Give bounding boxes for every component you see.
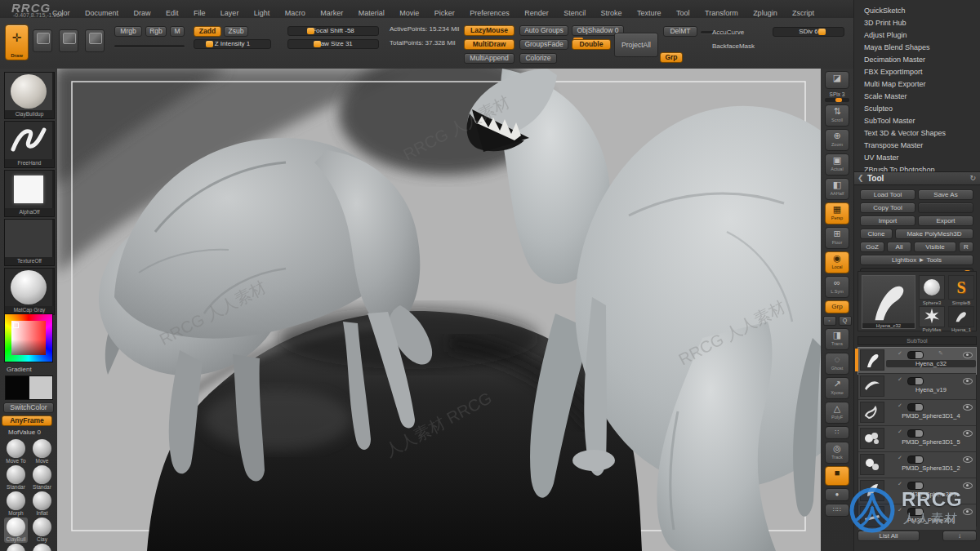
menu-render[interactable]: Render bbox=[524, 9, 549, 17]
tool-thumb-hyena2[interactable]: Hyena_1 bbox=[948, 306, 974, 327]
current-tool-thumbnail[interactable]: Hyena_c32 bbox=[862, 275, 915, 329]
subtool-thumb[interactable] bbox=[860, 402, 884, 423]
plugin-decimation-master[interactable]: Decimation Master bbox=[864, 54, 946, 66]
visibility-eye-icon[interactable] bbox=[963, 378, 973, 384]
subtool-row-sphere-4[interactable]: ✓ PM3D_Sphere3D1_4 bbox=[858, 400, 976, 426]
xpose-button[interactable]: ↗Xpose bbox=[825, 377, 849, 399]
plugin-transpose-master[interactable]: Transpose Master bbox=[864, 140, 946, 152]
grp-shelf-button[interactable]: Grp bbox=[825, 300, 849, 313]
colorize-button[interactable]: Colorize bbox=[519, 53, 557, 64]
switchcolor-button[interactable]: SwitchColor bbox=[3, 402, 54, 413]
document-viewport[interactable]: RRCG 人人素材 RRCG 人人素材 人人素材 RRCG RRCG 人人素材 bbox=[57, 69, 821, 551]
plugin-adjust[interactable]: Adjust Plugin bbox=[864, 29, 946, 42]
draw-mode-button[interactable]: ✛ Draw bbox=[5, 24, 29, 60]
quick-brush-standard-1[interactable]: Standar bbox=[4, 465, 28, 491]
menu-zscript[interactable]: Zscript bbox=[792, 9, 814, 17]
quick-brush-move-to[interactable]: Move To bbox=[4, 439, 28, 464]
scale-mode-button[interactable] bbox=[59, 29, 78, 52]
visibility-eye-icon[interactable] bbox=[963, 456, 973, 463]
plugin-maya-blend-shapes[interactable]: Maya Blend Shapes bbox=[864, 42, 946, 54]
quick-brush-partial-1[interactable] bbox=[4, 544, 28, 551]
subtool-thumb[interactable] bbox=[860, 428, 884, 449]
plugin-sculpteo[interactable]: Sculpteo bbox=[864, 103, 946, 115]
refresh-icon[interactable]: ↻ bbox=[969, 174, 976, 182]
menu-texture[interactable]: Texture bbox=[637, 9, 662, 17]
transp-button[interactable]: ◨Trans bbox=[825, 328, 849, 350]
menu-transform[interactable]: Transform bbox=[705, 9, 738, 17]
subtool-row-sphere-1[interactable]: ✓ PM3D_Sphere3D1 bbox=[858, 478, 976, 504]
groupsfade-button[interactable]: GroupsFade bbox=[519, 39, 568, 50]
persp-button[interactable]: ▦Persp bbox=[825, 202, 849, 224]
magnify-mini-button[interactable]: Q bbox=[839, 316, 852, 326]
quick-brush-move[interactable]: Move bbox=[30, 439, 54, 464]
visibility-eye-icon[interactable] bbox=[963, 509, 973, 515]
paste-tool-button[interactable] bbox=[918, 202, 973, 213]
subtool-thumb[interactable] bbox=[860, 349, 884, 371]
export-button[interactable]: Export bbox=[918, 216, 973, 226]
eye-toggle-icon[interactable] bbox=[907, 403, 924, 411]
delmt-button[interactable]: DelMT bbox=[663, 26, 697, 37]
scroll-down-button[interactable]: ↓ bbox=[942, 531, 977, 541]
subtool-section-header[interactable]: SubTool bbox=[858, 336, 977, 345]
cloud-button[interactable]: ● bbox=[825, 488, 849, 501]
sdiv-slider[interactable]: SDiv 6 bbox=[773, 27, 844, 37]
copy-tool-button[interactable]: Copy Tool bbox=[860, 202, 915, 213]
menu-marker[interactable]: Marker bbox=[320, 9, 343, 17]
subtool-row-hyena-v19[interactable]: ✓ Hyena_v19 bbox=[858, 374, 976, 400]
menu-layer[interactable]: Layer bbox=[220, 9, 239, 17]
subtool-row-sphere-2[interactable]: ✓ PM3D_Sphere3D1_2 bbox=[858, 452, 976, 478]
solo-button[interactable]: ■ bbox=[825, 466, 849, 486]
plugin-uv-master[interactable]: UV Master bbox=[864, 152, 946, 164]
current-brush-thumbnail[interactable]: ClayBuildup bbox=[4, 72, 55, 119]
rotate-mode-button[interactable] bbox=[85, 29, 105, 52]
goz-button[interactable]: GoZ bbox=[860, 242, 884, 252]
menu-color[interactable]: Color bbox=[52, 9, 70, 17]
pivot-mini-button[interactable]: ◦ bbox=[823, 316, 836, 326]
subtool-thumb[interactable] bbox=[860, 506, 884, 527]
menu-file[interactable]: File bbox=[194, 9, 206, 17]
move-mode-button[interactable] bbox=[33, 29, 52, 52]
clone-button[interactable]: Clone bbox=[860, 229, 893, 239]
plugin-fbx[interactable]: FBX ExportImport bbox=[864, 66, 946, 78]
draw-size-slider[interactable]: Draw Size 31 bbox=[287, 39, 379, 49]
eye-toggle-icon[interactable] bbox=[907, 455, 924, 464]
make-polymesh3d-button[interactable]: Make PolyMesh3D bbox=[895, 229, 973, 239]
quick-brush-standard-2[interactable]: Standar bbox=[30, 465, 54, 491]
quick-brush-clay[interactable]: Clay bbox=[30, 518, 54, 543]
projectall-button[interactable]: ProjectAll bbox=[614, 33, 658, 57]
quick-brush-morph[interactable]: Morph bbox=[4, 491, 28, 517]
menu-preferences[interactable]: Preferences bbox=[470, 9, 510, 17]
main-color-swatch[interactable] bbox=[5, 375, 29, 400]
subtool-row-plane[interactable]: ✓ PM3D_Plane3D1 bbox=[858, 504, 976, 531]
local-button[interactable]: ◉Local bbox=[825, 251, 849, 273]
lsym-button[interactable]: ∞L.Sym bbox=[825, 276, 849, 298]
focal-shift-slider[interactable]: Focal Shift -58 bbox=[287, 26, 379, 36]
plugin-3d-print-hub[interactable]: 3D Print Hub bbox=[864, 17, 946, 29]
quick-brush-partial-2[interactable] bbox=[30, 544, 54, 551]
slider-handle[interactable] bbox=[835, 98, 842, 102]
visibility-eye-icon[interactable] bbox=[963, 404, 973, 411]
menu-picker[interactable]: Picker bbox=[434, 9, 455, 17]
subtool-thumb[interactable] bbox=[860, 480, 884, 501]
plugin-subtool-master[interactable]: SubTool Master bbox=[864, 115, 946, 127]
plugin-quicksketch[interactable]: QuickSketch bbox=[864, 5, 946, 17]
anyframe-button[interactable]: AnyFrame bbox=[2, 415, 52, 426]
color-picker[interactable] bbox=[4, 313, 53, 362]
accucurve-button[interactable]: AccuCurve bbox=[712, 29, 744, 36]
rgb-intensity-track[interactable] bbox=[114, 45, 185, 47]
visibility-eye-icon[interactable] bbox=[963, 482, 973, 489]
menu-zplugin[interactable]: Zplugin bbox=[753, 9, 777, 17]
eye-toggle-icon[interactable] bbox=[907, 482, 924, 490]
slider-handle[interactable] bbox=[314, 41, 321, 47]
import-button[interactable]: Import bbox=[860, 216, 915, 226]
m-button[interactable]: M bbox=[170, 26, 185, 37]
dots-grid-button[interactable]: ∷∷ bbox=[825, 504, 849, 517]
subtool-row-sphere-5[interactable]: ✓ PM3D_Sphere3D1_5 bbox=[858, 426, 976, 452]
visibility-eye-icon[interactable] bbox=[963, 430, 973, 437]
secondary-color-swatch[interactable] bbox=[29, 375, 53, 400]
tool-thumb-polymesh[interactable]: PolyMes bbox=[919, 306, 945, 327]
eye-toggle-icon[interactable] bbox=[907, 508, 924, 516]
tool-palette-header[interactable]: ❮ Tool ↻ bbox=[854, 171, 980, 185]
auto-groups-button[interactable]: Auto Groups bbox=[519, 25, 568, 36]
menu-stroke[interactable]: Stroke bbox=[601, 9, 622, 17]
